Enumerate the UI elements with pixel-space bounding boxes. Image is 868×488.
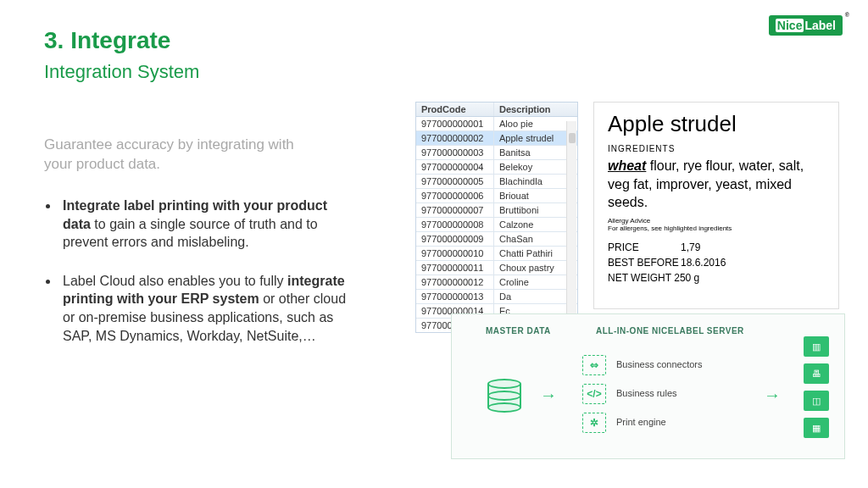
col-header-prodcode[interactable]: ProdCode — [416, 103, 494, 116]
table-row[interactable]: 977000000003Banitsa — [416, 146, 577, 160]
cell-description[interactable]: Calzone — [494, 218, 577, 231]
cell-description[interactable]: ChaSan — [494, 232, 577, 246]
cell-description[interactable]: Bruttiboni — [494, 203, 577, 217]
bestbefore-row: BEST BEFORE18.6.2016 — [608, 257, 825, 269]
cell-description[interactable]: Apple strudel — [494, 131, 577, 145]
connectors-icon: ⇔ — [582, 355, 606, 375]
output-icon: ◫ — [804, 391, 829, 411]
slide-subtitle: Integration System — [44, 61, 199, 83]
scrollbar-thumb[interactable] — [569, 133, 576, 143]
bullet-1: Integrate label printing with your produ… — [59, 197, 358, 252]
bb-key: BEST BEFORE — [608, 257, 681, 269]
logo-part-2: Label — [804, 19, 836, 32]
table-row[interactable]: 977000000011Choux pastry — [416, 261, 577, 275]
cell-prodcode[interactable]: 977000000008 — [416, 218, 494, 231]
registered-mark: ® — [845, 12, 849, 18]
table-row[interactable]: 977000000006Briouat — [416, 189, 577, 203]
advice-line-1: Allergy Advice — [608, 217, 825, 225]
diagram-header-left: MASTER DATA — [486, 326, 551, 336]
logo-part-1: Nice — [776, 19, 804, 32]
print-engine-label: Print engine — [616, 417, 666, 427]
table-row[interactable]: 977000000005Blachindla — [416, 175, 577, 189]
table-row[interactable]: 977000000001Aloo pie — [416, 117, 577, 131]
cell-prodcode[interactable]: 977000000001 — [416, 117, 494, 130]
connectors-label: Business connectors — [616, 359, 703, 369]
rules-icon: </> — [582, 384, 606, 404]
cell-prodcode[interactable]: 977000000012 — [416, 275, 494, 289]
intro-text: Guarantee accuracy by integrating with y… — [44, 136, 315, 175]
cell-prodcode[interactable]: 977000000005 — [416, 175, 494, 188]
table-row[interactable]: 977000000013Da — [416, 290, 577, 304]
cell-description[interactable]: Croline — [494, 275, 577, 289]
ingredients-header: INGREDIENTS — [608, 144, 825, 153]
cell-description[interactable]: Briouat — [494, 189, 577, 202]
cell-prodcode[interactable]: 977000000007 — [416, 203, 494, 217]
cell-description[interactable]: Da — [494, 290, 577, 303]
table-row[interactable]: 977000000012Croline — [416, 275, 577, 290]
price-row: PRICE1,79 — [608, 241, 825, 253]
netweight-row: NET WEIGHT 250 g — [608, 272, 825, 284]
output-icon: 🖶 — [804, 363, 829, 384]
rules-label: Business rules — [616, 388, 677, 398]
ingredients-text: wheat flour, rye flour, water, salt, veg… — [608, 157, 825, 212]
price-key: PRICE — [608, 241, 681, 253]
cell-prodcode[interactable]: 977000000013 — [416, 290, 494, 303]
col-header-description[interactable]: Description — [494, 103, 577, 116]
diagram-header-right: ALL-IN-ONE NICELABEL SERVER — [596, 326, 744, 336]
bullet-list: Integrate label printing with your produ… — [44, 197, 358, 365]
cell-prodcode[interactable]: 977000000004 — [416, 160, 494, 174]
cell-description[interactable]: Aloo pie — [494, 117, 577, 130]
allergen: wheat — [608, 158, 646, 173]
allergy-advice: Allergy Advice For allergens, see highli… — [608, 217, 825, 233]
architecture-diagram: MASTER DATA ALL-IN-ONE NICELABEL SERVER … — [451, 313, 845, 459]
cell-description[interactable]: Banitsa — [494, 146, 577, 159]
cell-description[interactable]: Blachindla — [494, 175, 577, 188]
bb-value: 18.6.2016 — [681, 257, 726, 269]
bullet-2: Label Cloud also enables you to fully in… — [59, 272, 358, 345]
brand-logo: NiceLabel ® — [769, 15, 843, 36]
product-data-table[interactable]: ProdCode Description 977000000001Aloo pi… — [415, 102, 578, 333]
cell-prodcode[interactable]: 977000000011 — [416, 261, 494, 274]
price-value: 1,79 — [681, 241, 700, 253]
cell-description[interactable]: Choux pastry — [494, 261, 577, 274]
table-row[interactable]: 977000000010Chatti Pathiri — [416, 247, 577, 261]
bullet-1-rest: to gain a single source of truth and to … — [63, 217, 318, 250]
table-row[interactable]: 977000000008Calzone — [416, 218, 577, 232]
table-row[interactable]: 977000000007Bruttiboni — [416, 203, 577, 218]
output-icon: ▥ — [804, 336, 829, 357]
table-row[interactable]: 977000000009ChaSan — [416, 232, 577, 247]
output-icon: ▦ — [804, 418, 829, 438]
cell-description[interactable]: Belekoy — [494, 160, 577, 174]
cell-prodcode[interactable]: 977000000010 — [416, 247, 494, 260]
cell-prodcode[interactable]: 977000000009 — [416, 232, 494, 246]
cell-prodcode[interactable]: 977000000006 — [416, 189, 494, 202]
table-header-row: ProdCode Description — [416, 103, 577, 117]
table-row[interactable]: 977000000002Apple strudel — [416, 131, 577, 146]
arrow-icon: → — [540, 385, 557, 405]
label-product-name: Apple strudel — [608, 111, 825, 137]
cell-prodcode[interactable]: 977000000003 — [416, 146, 494, 159]
slide-title: 3. Integrate — [44, 27, 170, 54]
table-row[interactable]: 977000000004Belekoy — [416, 160, 577, 175]
advice-line-2: For allergens, see highlighted ingredien… — [608, 225, 825, 233]
cell-description[interactable]: Chatti Pathiri — [494, 247, 577, 260]
print-engine-icon: ✲ — [582, 413, 606, 433]
bullet-2-pre: Label Cloud also enables you to fully — [63, 274, 287, 288]
database-icon — [487, 379, 521, 413]
table-scrollbar[interactable] — [566, 121, 576, 331]
cell-prodcode[interactable]: 977000000002 — [416, 131, 494, 145]
arrow-icon: → — [764, 385, 781, 405]
label-preview: Apple strudel INGREDIENTS wheat flour, r… — [593, 102, 839, 309]
